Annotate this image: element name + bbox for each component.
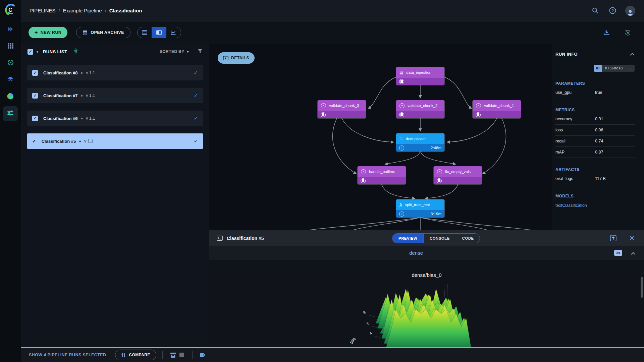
- filter-icon[interactable]: [198, 49, 203, 55]
- compare-button[interactable]: COMPARE: [115, 350, 156, 360]
- runs-list-header: ✓ ▾ RUNS LIST SORTED BY▾: [21, 44, 209, 60]
- select-all-checkbox[interactable]: ✓: [28, 49, 33, 55]
- split-view-button[interactable]: [152, 27, 166, 38]
- sidebar-item-applications[interactable]: [3, 89, 18, 104]
- abort-icon[interactable]: [177, 351, 186, 359]
- expand-panel-icon[interactable]: [608, 234, 618, 243]
- dag-node-fix_empty_vals[interactable]: »fix_empty_vals: [434, 166, 482, 184]
- sort-icon[interactable]: [73, 48, 78, 55]
- table-view-button[interactable]: [138, 27, 152, 38]
- tab-console[interactable]: CONSOLE: [424, 234, 456, 243]
- node-label: fix_empty_vals: [445, 170, 471, 174]
- dag-node-validate_chunk_3[interactable]: »validate_chunk_3: [318, 100, 366, 118]
- auto-refresh-icon[interactable]: [623, 28, 632, 37]
- sidebar-item-pipelines[interactable]: [3, 106, 18, 121]
- info-row: loss0.06: [555, 125, 635, 136]
- download-icon[interactable]: [602, 28, 611, 37]
- preview-panel-header: Classification #5 PREVIEWCONSOLECODE ✕: [209, 230, 644, 246]
- chevrons-circle-icon: »: [361, 169, 366, 174]
- info-value: true: [595, 90, 602, 95]
- clearml-logo-icon[interactable]: C: [4, 3, 17, 16]
- view-toggle-group: [137, 27, 181, 38]
- id-label: ID: [594, 65, 602, 72]
- archive-icon: [83, 30, 88, 35]
- selection-count-text: SHOW 4 PIPELINE RUNS SELECTED: [29, 353, 106, 357]
- svg-text:title: title: [349, 337, 357, 345]
- tag-icon[interactable]: [199, 351, 207, 359]
- collapse-chevron-icon[interactable]: [630, 52, 635, 57]
- info-value: 117 B: [595, 176, 606, 181]
- surface-plot[interactable]: 864title: [333, 281, 521, 347]
- dag-node-validate_chunk_2[interactable]: »validate_chunk_2: [396, 100, 444, 118]
- new-run-button[interactable]: + NEW RUN: [29, 27, 67, 38]
- plus-icon: +: [35, 29, 38, 36]
- info-row: eval_logs117 B: [555, 173, 635, 184]
- run-checkbox[interactable]: ✓: [32, 116, 38, 121]
- node-label: validate_chunk_3: [329, 104, 359, 108]
- divider: [192, 351, 193, 359]
- cached-status-icon: [437, 178, 442, 183]
- run-list-item[interactable]: ✓Classification #8●v 1.1✓: [27, 65, 203, 80]
- dag-node-split_train_test[interactable]: λsplit_train_test✓3:19m: [396, 199, 444, 218]
- breadcrumb-project[interactable]: Example Pipeline: [63, 8, 102, 13]
- sorted-by-dropdown[interactable]: SORTED BY▾: [160, 49, 189, 54]
- dot-circle-icon: [7, 59, 14, 67]
- preview-bottom-panel: Classification #5 PREVIEWCONSOLECODE ✕ d…: [209, 230, 644, 347]
- node-label: validate_chunk_1: [484, 104, 514, 108]
- info-value: 0.87: [595, 150, 603, 155]
- search-icon[interactable]: [590, 6, 600, 15]
- run-list-item[interactable]: ✓Classification #7●v 1.1✓: [27, 88, 203, 103]
- dot-separator: ●: [81, 94, 83, 98]
- svg-text:4: 4: [368, 331, 373, 336]
- help-icon[interactable]: ?: [608, 6, 617, 15]
- run-id-chip[interactable]: ID b736de18 ...: [594, 65, 635, 72]
- info-row: recall0.74: [555, 136, 635, 147]
- run-status-check-icon: ✓: [194, 70, 198, 76]
- breadcrumb-pipelines[interactable]: PIPELINES: [30, 8, 56, 13]
- svg-text:C: C: [8, 7, 12, 13]
- open-archive-button[interactable]: OPEN ARCHIVE: [76, 27, 130, 38]
- info-key: mAP: [555, 150, 595, 155]
- terminal-icon: [217, 236, 223, 241]
- model-link[interactable]: textClassification: [555, 203, 635, 208]
- collapse-group-chevron-icon[interactable]: [631, 250, 635, 256]
- dag-node-data_ingestion[interactable]: ▤data_ingestion: [396, 67, 444, 85]
- sidebar-item-orchestration[interactable]: [3, 73, 18, 87]
- archive-selected-icon[interactable]: [169, 351, 177, 359]
- chart-view-button[interactable]: [166, 27, 181, 38]
- sidebar-item-datasets[interactable]: [3, 39, 18, 54]
- node-duration: 2:48m: [431, 146, 441, 150]
- run-status-check-icon: ✓: [194, 138, 198, 144]
- info-key: recall: [555, 139, 595, 143]
- dag-node-deduplicate[interactable]: ∷deduplicate✓2:48m: [396, 133, 444, 152]
- pipeline-toolbar: + NEW RUN OPEN ARCHIVE: [21, 21, 644, 44]
- run-version: v 1.1: [86, 116, 95, 121]
- sidebar-item-reports[interactable]: [3, 56, 18, 71]
- run-list-item[interactable]: ✓Classification #5●v 1.1✓: [27, 133, 203, 149]
- dots-grid-icon: ∷: [399, 136, 403, 141]
- dag-node-handle_outliers[interactable]: »handle_outliers: [358, 166, 406, 184]
- dag-node-validate_chunk_1[interactable]: »validate_chunk_1: [473, 100, 521, 118]
- divider: [162, 351, 163, 359]
- details-button[interactable]: DETAILS: [218, 52, 255, 64]
- run-checkbox[interactable]: ✓: [32, 93, 38, 99]
- metric-group-header[interactable]: dense </>: [209, 246, 644, 260]
- run-list-item[interactable]: ✓Classification #6●v 1.1✓: [27, 111, 203, 126]
- tab-preview[interactable]: PREVIEW: [392, 234, 424, 243]
- preview-tabs: PREVIEWCONSOLECODE: [392, 233, 480, 243]
- plot-title: dense/bias_0: [209, 272, 644, 278]
- compare-icon: [121, 353, 126, 358]
- metrics-title: METRICS: [555, 108, 635, 112]
- selected-check-icon: ✓: [32, 138, 36, 144]
- run-checkbox[interactable]: ✓: [32, 70, 38, 76]
- user-avatar[interactable]: [625, 6, 635, 16]
- sidebar-item-projects[interactable]: [3, 22, 18, 37]
- select-menu-caret-icon[interactable]: ▾: [37, 50, 38, 54]
- apps-circle-icon: [7, 93, 14, 101]
- breadcrumb-page: Classification: [109, 8, 142, 13]
- close-panel-icon[interactable]: ✕: [627, 234, 637, 243]
- completed-check-icon: ✓: [399, 145, 404, 150]
- preview-scrollbar-thumb[interactable]: [641, 277, 643, 298]
- code-view-badge[interactable]: </>: [614, 250, 622, 256]
- tab-code[interactable]: CODE: [456, 234, 480, 243]
